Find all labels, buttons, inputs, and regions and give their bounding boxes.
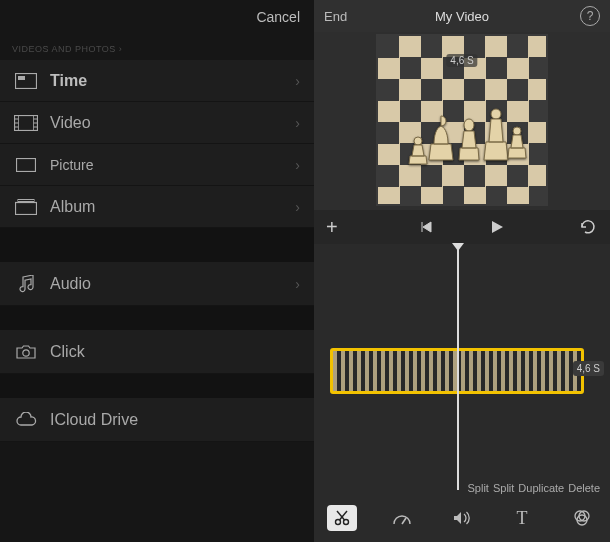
action-delete[interactable]: Delete — [568, 482, 600, 494]
menu-item-picture[interactable]: Picture › — [0, 144, 314, 186]
spacer — [0, 374, 314, 398]
menu-label: Picture — [40, 157, 295, 173]
video-editor-panel: End My Video ? 4,6 S + — [314, 0, 610, 542]
preview-duration-badge: 4,6 S — [446, 54, 477, 67]
tool-text[interactable]: T — [507, 505, 537, 531]
chevron-right-icon: › — [295, 115, 300, 131]
chevron-right-icon: › — [295, 199, 300, 215]
tool-volume[interactable] — [447, 505, 477, 531]
undo-button[interactable] — [578, 219, 598, 235]
svg-rect-0 — [16, 73, 37, 88]
menu-item-icloud[interactable]: ICloud Drive — [0, 398, 314, 442]
chevron-right-icon: › — [295, 73, 300, 89]
video-preview[interactable]: 4,6 S — [314, 32, 610, 210]
svg-point-14 — [23, 349, 29, 355]
svg-line-27 — [402, 518, 406, 524]
svg-rect-13 — [16, 202, 37, 214]
svg-point-22 — [414, 137, 422, 145]
menu-label: Click — [40, 343, 300, 361]
project-title[interactable]: My Video — [435, 9, 489, 24]
moments-icon — [12, 70, 40, 92]
tool-scissors[interactable] — [327, 505, 357, 531]
tool-speed[interactable] — [387, 505, 417, 531]
spacer — [0, 306, 314, 330]
clip-toolbar: T — [314, 500, 610, 536]
done-button[interactable]: End — [324, 9, 347, 24]
music-note-icon — [12, 273, 40, 295]
clip-duration-badge: 4,6 S — [573, 361, 604, 376]
menu-label: Time — [40, 72, 295, 90]
cancel-button[interactable]: Cancel — [256, 9, 300, 25]
svg-point-19 — [464, 119, 474, 131]
svg-rect-12 — [18, 199, 34, 201]
menu-item-audio[interactable]: Audio › — [0, 262, 314, 306]
menu-label: ICloud Drive — [40, 411, 300, 429]
menu-label: Video — [40, 114, 295, 132]
svg-point-20 — [491, 109, 501, 119]
timeline-controls: + — [314, 210, 610, 244]
tool-filter[interactable] — [567, 505, 597, 531]
camera-icon — [12, 341, 40, 363]
menu-label: Album — [40, 198, 295, 216]
add-media-button[interactable]: + — [326, 216, 338, 239]
help-icon[interactable]: ? — [580, 6, 600, 26]
video-icon — [12, 112, 40, 134]
play-button[interactable] — [489, 219, 505, 235]
timeline[interactable]: 4,6 S Split Split Duplicate Delete T — [314, 244, 610, 542]
menu-item-album[interactable]: Album › — [0, 186, 314, 228]
chevron-right-icon: › — [295, 276, 300, 292]
svg-point-21 — [513, 127, 521, 135]
action-duplicate[interactable]: Duplicate — [518, 482, 564, 494]
editor-top-bar: End My Video ? — [314, 0, 610, 32]
menu-item-video[interactable]: Video › — [0, 102, 314, 144]
action-split-2[interactable]: Split — [493, 482, 514, 494]
menu-item-time[interactable]: Time › — [0, 60, 314, 102]
menu-item-camera[interactable]: Click — [0, 330, 314, 374]
spacer — [0, 228, 314, 262]
svg-rect-1 — [18, 76, 25, 80]
section-header-videos-photos: VIDEOS AND PHOTOS › — [0, 34, 314, 60]
media-browser-panel: Cancel VIDEOS AND PHOTOS › Time › Video … — [0, 0, 314, 542]
svg-point-23 — [336, 520, 341, 525]
edit-actions: Split Split Duplicate Delete — [468, 482, 600, 494]
svg-rect-11 — [17, 158, 36, 171]
album-icon — [12, 196, 40, 218]
menu-label: Audio — [40, 275, 295, 293]
svg-point-24 — [344, 520, 349, 525]
playhead[interactable] — [457, 244, 459, 490]
previous-frame-button[interactable] — [419, 220, 433, 234]
photo-icon — [12, 154, 40, 176]
cloud-icon — [12, 409, 40, 431]
chevron-right-icon: › — [295, 157, 300, 173]
action-split[interactable]: Split — [468, 482, 489, 494]
